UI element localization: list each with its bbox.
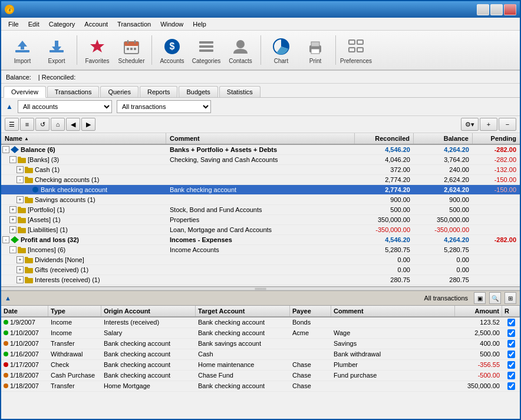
menu-category[interactable]: Category — [44, 19, 80, 29]
export-button[interactable]: Export — [40, 33, 73, 67]
transactions-filter[interactable]: All transactions — [117, 100, 211, 113]
menu-transaction[interactable]: Transaction — [113, 19, 156, 29]
transaction-row[interactable]: 1/10/2007TransferBank checking accountBa… — [1, 339, 520, 349]
main-window: 💰 File Edit Category Account Transaction… — [0, 0, 521, 420]
account-row[interactable]: -Balance (6)Banks + Portfolio + Assets +… — [1, 145, 520, 155]
svg-rect-14 — [199, 45, 213, 48]
col-name[interactable]: Name ▲ — [1, 133, 166, 144]
svg-rect-0 — [15, 50, 29, 52]
expand-icon[interactable]: - — [2, 236, 9, 243]
refresh-button[interactable]: ↺ — [35, 118, 50, 131]
expand-icon[interactable]: + — [17, 256, 24, 263]
tab-transactions[interactable]: Transactions — [47, 86, 100, 97]
transaction-row[interactable]: 1/17/2007CheckBank checking accountHome … — [1, 360, 520, 371]
reconcile-checkbox[interactable] — [507, 340, 515, 348]
transaction-row[interactable]: 1/10/2007IncomeSalaryBank checking accou… — [1, 328, 520, 339]
expand-icon[interactable]: - — [2, 146, 9, 153]
tab-overview[interactable]: Overview — [4, 86, 46, 98]
reconcile-checkbox[interactable] — [507, 372, 515, 379]
print-icon — [305, 36, 326, 57]
app-icon: 💰 — [5, 5, 14, 14]
preferences-button[interactable]: Preferences — [339, 33, 372, 67]
account-row[interactable]: +Interests (received) (1)280.75280.75 — [1, 275, 520, 285]
expand-icon[interactable]: + — [9, 226, 17, 233]
expand-icon[interactable]: + — [17, 276, 24, 283]
accounts-filter[interactable]: All accounts — [18, 100, 112, 113]
tab-reports[interactable]: Reports — [140, 86, 178, 97]
trans-btn3[interactable]: ⊞ — [504, 292, 516, 304]
account-row[interactable]: -[Banks] (3)Checking, Saving and Cash Ac… — [1, 155, 520, 165]
contacts-label: Contacts — [229, 58, 252, 64]
list-view-button[interactable]: ☰ — [5, 118, 19, 131]
accounts-button[interactable]: $ Accounts — [156, 33, 189, 67]
account-row[interactable]: -[Incomes] (6)Income Accounts5,280.755,2… — [1, 245, 520, 255]
chart-button[interactable]: Chart — [265, 33, 298, 67]
favorites-icon — [87, 36, 108, 57]
tab-budgets[interactable]: Budgets — [179, 86, 217, 97]
accounts-section: Name ▲ Comment Reconciled Balance Pendin… — [1, 133, 520, 286]
th-amount: Amount — [455, 306, 502, 316]
splitter[interactable]: ═══ — [1, 286, 520, 291]
account-row[interactable]: +Gifts (received) (1)0.000.00 — [1, 265, 520, 275]
settings-button[interactable]: ⚙▾ — [461, 118, 479, 131]
transaction-row[interactable]: 1/18/2007Cash PurchaseBank checking acco… — [1, 371, 520, 381]
expand-icon[interactable]: - — [17, 176, 24, 183]
expand-icon[interactable]: - — [9, 156, 17, 163]
menu-file[interactable]: File — [4, 19, 24, 29]
account-row[interactable]: -Checking accounts (1)2,774.202,624.20-1… — [1, 175, 520, 185]
svg-rect-20 — [311, 49, 319, 54]
svg-marker-1 — [18, 41, 27, 49]
menu-account[interactable]: Account — [80, 19, 113, 29]
expand-icon[interactable]: + — [17, 266, 24, 273]
back-button[interactable]: ◀ — [66, 118, 80, 131]
transaction-row[interactable]: 1/16/2007WithdrawalBank checking account… — [1, 349, 520, 360]
add-button[interactable]: + — [480, 118, 497, 131]
expand-icon[interactable]: + — [9, 216, 17, 223]
contacts-button[interactable]: Contacts — [224, 33, 257, 67]
svg-rect-9 — [130, 48, 133, 50]
trans-btn2[interactable]: 🔍 — [489, 292, 501, 304]
transactions-title: ▲ — [5, 295, 14, 302]
home-button[interactable]: ⌂ — [51, 118, 65, 131]
th-reconciled: R — [502, 306, 520, 316]
menu-window[interactable]: Window — [156, 19, 188, 29]
account-row[interactable]: +[Liabilities] (1)Loan, Mortgage and Car… — [1, 225, 520, 235]
reconcile-checkbox[interactable] — [507, 319, 515, 326]
expand-icon[interactable]: + — [9, 206, 17, 213]
expand-icon[interactable]: + — [17, 166, 24, 173]
menu-help[interactable]: Help — [188, 19, 211, 29]
reconcile-checkbox[interactable] — [507, 350, 515, 358]
detail-view-button[interactable]: ≡ — [20, 118, 34, 131]
favorites-button[interactable]: Favorites — [81, 33, 114, 67]
scheduler-button[interactable]: Scheduler — [115, 33, 148, 67]
account-row[interactable]: Bank checking accountBank checking accou… — [1, 185, 520, 195]
maximize-button[interactable] — [490, 4, 503, 15]
col-comment: Comment — [166, 133, 355, 144]
reconcile-checkbox[interactable] — [507, 382, 515, 390]
th-origin: Origin Account — [101, 306, 196, 316]
account-row[interactable]: +Savings accounts (1)900.00900.00 — [1, 195, 520, 205]
remove-button[interactable]: − — [499, 118, 516, 131]
menu-edit[interactable]: Edit — [24, 19, 44, 29]
minimize-button[interactable] — [477, 4, 489, 15]
transaction-row[interactable]: 1/9/2007IncomeInterests (received)Bank c… — [1, 318, 520, 328]
categories-button[interactable]: Categories — [190, 33, 223, 67]
tab-queries[interactable]: Queries — [100, 86, 139, 97]
account-row[interactable]: +Cash (1)372.00240.00-132.00 — [1, 165, 520, 175]
import-button[interactable]: Import — [6, 33, 39, 67]
transaction-row[interactable]: 1/18/2007TransferHome MortgageBank check… — [1, 381, 520, 392]
view-toolbar: ☰ ≡ ↺ ⌂ ◀ ▶ ⚙▾ + − — [1, 116, 520, 133]
trans-btn1[interactable]: ▣ — [474, 292, 486, 304]
account-row[interactable]: +[Portfolio] (1)Stock, Bond and Fund Acc… — [1, 205, 520, 215]
close-button[interactable] — [504, 4, 516, 15]
expand-icon[interactable]: - — [9, 246, 17, 253]
account-row[interactable]: +Dividends [None]0.000.00 — [1, 255, 520, 265]
print-button[interactable]: Print — [299, 33, 332, 67]
account-row[interactable]: +[Assets] (1)Properties350,000.00350,000… — [1, 215, 520, 225]
expand-icon[interactable]: + — [17, 196, 24, 203]
forward-button[interactable]: ▶ — [81, 118, 95, 131]
account-row[interactable]: -Profit and loss (32)Incomes - Expenses4… — [1, 235, 520, 245]
reconcile-checkbox[interactable] — [507, 361, 515, 369]
tab-statistics[interactable]: Statistics — [219, 86, 260, 97]
reconcile-checkbox[interactable] — [507, 329, 515, 337]
